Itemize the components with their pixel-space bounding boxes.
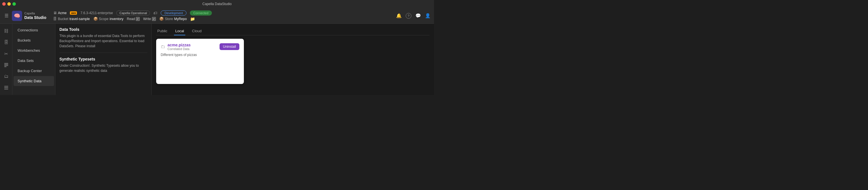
card-title-group: acme.pizzas Correlated Data — [167, 43, 191, 51]
svg-rect-1 — [4, 64, 8, 65]
scope-icon: 📦 — [93, 17, 98, 21]
svg-rect-4 — [4, 86, 8, 87]
card-folder-icon: 🗀 — [161, 44, 165, 49]
synthetic-data-icon[interactable] — [1, 83, 11, 93]
logo-top: Capella — [24, 11, 46, 15]
plugin-synthetic-desc: Under Construction!. Synthetic Typesets … — [59, 63, 147, 77]
aws-badge: aws — [70, 11, 77, 15]
toolbar-info: 🖥 Acme aws 7.6.3-4211-enterprise Capella… — [53, 10, 396, 21]
minimize-button[interactable] — [7, 2, 11, 6]
acme-label: Acme — [58, 11, 67, 15]
tab-public[interactable]: Public — [156, 27, 168, 35]
logo-icon: 🧠 — [12, 11, 22, 21]
env-badge[interactable]: Development — [161, 10, 186, 15]
svg-rect-6 — [4, 89, 8, 89]
write-label: Write — [143, 17, 151, 21]
workbenches-icon[interactable]: ✂ — [1, 49, 11, 59]
title-bar: Capella DataStudio — [0, 0, 434, 8]
logo-bottom: Data Studio — [24, 15, 46, 20]
version-info: 7.6.3-4211-enterprise — [80, 11, 113, 15]
notification-icon[interactable]: 🔔 — [396, 13, 402, 19]
store-info: 📦 Store MyRepo — [159, 17, 187, 21]
uninstall-button[interactable]: Uninstall — [220, 43, 239, 50]
write-check-icon: ✓ — [152, 17, 156, 21]
card-description: Different types of pizzas — [161, 53, 239, 57]
card-subtitle: Correlated Data — [167, 47, 191, 51]
backup-center-icon[interactable]: 🗂 — [1, 71, 11, 82]
tab-cloud[interactable]: Cloud — [191, 27, 203, 35]
svg-rect-5 — [4, 87, 8, 88]
plugin-data-tools-desc: This plugin is a bundle of essential Dat… — [59, 33, 147, 53]
read-label: Read — [127, 17, 135, 21]
store-icon: 📦 — [159, 17, 164, 21]
svg-rect-3 — [4, 66, 6, 67]
sidebar-item-synthetic-data[interactable]: Synthetic Data — [13, 76, 54, 86]
svg-rect-2 — [4, 65, 8, 66]
bucket-info: 🗄 Bucket travel-sample — [53, 17, 90, 21]
sidebar-item-workbenches[interactable]: Workbenches — [13, 45, 54, 55]
card-title: acme.pizzas — [167, 43, 191, 47]
plugin-data-tools-title: Data Tools — [59, 27, 147, 32]
toolbar: ☰ 🧠 Capella Data Studio 🖥 Acme aws 7.6.3… — [0, 8, 434, 24]
connections-icon[interactable]: ⛓ — [1, 26, 11, 36]
sidebar-icons: ⛓ 🗄 ✂ 🗂 — [0, 24, 12, 95]
write-checkbox[interactable]: Write ✓ — [143, 17, 156, 21]
buckets-icon[interactable]: 🗄 — [1, 37, 11, 48]
sidebar-item-datasets[interactable]: Data Sets — [13, 56, 54, 66]
datasets-icon[interactable] — [1, 60, 11, 70]
store-value: MyRepo — [174, 17, 187, 21]
toolbar-row-bottom: 🗄 Bucket travel-sample 📦 Scope inventory… — [53, 17, 396, 21]
dataset-card: 🗀 acme.pizzas Correlated Data Uninstall … — [156, 39, 244, 84]
help-icon[interactable]: ? — [406, 13, 411, 19]
server-icon: 🖥 — [53, 11, 57, 15]
sidebar-item-buckets[interactable]: Buckets — [13, 35, 54, 45]
toolbar-right: 🔔 ? 💬 👤 — [396, 13, 431, 19]
plugin-synthetic-title: Synthetic Typesets — [59, 57, 147, 61]
connected-badge: Connected — [190, 10, 212, 15]
content-area: Public Local Cloud 🗀 acme.pizzas Correla… — [152, 24, 434, 95]
close-button[interactable] — [2, 2, 6, 6]
traffic-lights — [2, 2, 16, 6]
toolbar-left: ☰ 🧠 Capella Data Studio 🖥 Acme aws 7.6.3… — [3, 10, 396, 21]
plugin-panel: Data Tools This plugin is a bundle of es… — [56, 24, 152, 95]
svg-rect-0 — [4, 63, 8, 64]
read-checkbox[interactable]: Read ✓ — [127, 17, 140, 21]
logo-text: Capella Data Studio — [24, 11, 46, 20]
user-icon[interactable]: 👤 — [425, 13, 431, 19]
tabs: Public Local Cloud — [156, 27, 430, 35]
maximize-button[interactable] — [12, 2, 16, 6]
sidebar-item-connections[interactable]: Connections — [13, 25, 54, 35]
chat-icon[interactable]: 💬 — [415, 13, 421, 19]
bucket-value: travel-sample — [69, 17, 90, 21]
hamburger-button[interactable]: ☰ — [3, 12, 10, 20]
bucket-icon: 🗄 — [53, 17, 57, 21]
acme-info: 🖥 Acme — [53, 11, 67, 15]
tab-local[interactable]: Local — [174, 27, 185, 35]
scope-info: 📦 Scope inventory — [93, 17, 124, 21]
main-layout: ⛓ 🗄 ✂ 🗂 Connections Buckets Workbenches … — [0, 24, 434, 95]
operational-badge[interactable]: Capella Operational — [116, 10, 150, 15]
read-check-icon: ✓ — [136, 17, 140, 21]
scope-value: inventory — [110, 17, 124, 21]
toolbar-row-top: 🖥 Acme aws 7.6.3-4211-enterprise Capella… — [53, 10, 396, 15]
window-title: Capella DataStudio — [202, 2, 231, 6]
sidebar-nav: Connections Buckets Workbenches Data Set… — [12, 24, 56, 95]
card-header-left: 🗀 acme.pizzas Correlated Data — [161, 43, 191, 51]
tag-icon: 🏷 — [153, 11, 157, 15]
logo-area: 🧠 Capella Data Studio — [12, 11, 46, 21]
sidebar-item-backup-center[interactable]: Backup Center — [13, 66, 54, 76]
card-header: 🗀 acme.pizzas Correlated Data Uninstall — [161, 43, 239, 51]
folder-toolbar-icon[interactable]: 📁 — [190, 17, 195, 21]
